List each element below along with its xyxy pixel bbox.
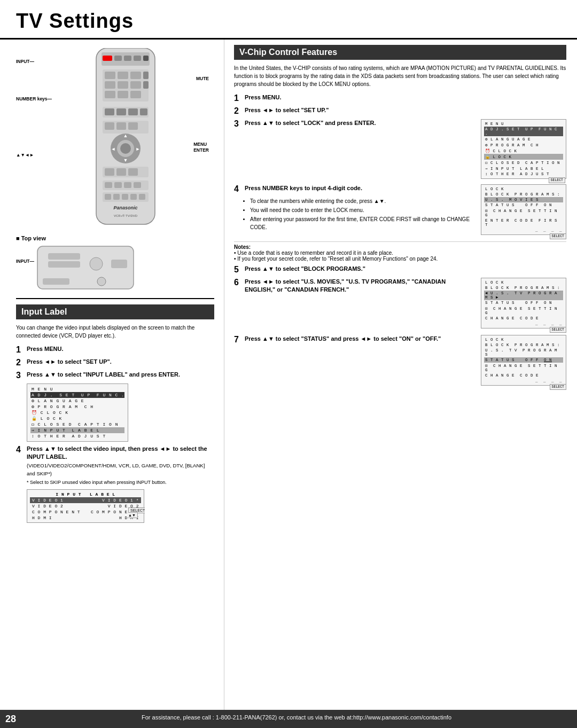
svg-rect-38 bbox=[128, 168, 138, 176]
menu-row-cc: ◻ C L O S E D C A P T I O N bbox=[30, 421, 124, 427]
vchip-step-3-container: 3 Press ▲▼ to select "LOCK" and press EN… bbox=[234, 119, 566, 182]
input-label-screen: I N P U T L A B E L V I D E O 1V I D E O… bbox=[27, 489, 214, 518]
svg-text:▼: ▼ bbox=[123, 158, 128, 163]
svg-point-55 bbox=[90, 257, 103, 270]
svg-text:◄: ◄ bbox=[111, 146, 116, 152]
page-number: 28 bbox=[5, 714, 16, 724]
vchip-header: V-Chip Control Features bbox=[234, 45, 566, 60]
svg-rect-21 bbox=[116, 108, 126, 115]
svg-text:VCR+® TV/DVD: VCR+® TV/DVD bbox=[114, 214, 138, 217]
svg-point-34 bbox=[120, 143, 131, 154]
notes-section: Notes: • Use a code that is easy to reme… bbox=[234, 241, 566, 262]
page: TV Settings INPUT— NUMBER keys— ▲▼◄► MUT… bbox=[0, 0, 577, 728]
step-4-bullets: To clear the numbers while entering the … bbox=[244, 197, 475, 231]
vchip-step-4-container: 4 Press NUMBER keys to input 4-digit cod… bbox=[234, 184, 566, 238]
svg-text:Panasonic: Panasonic bbox=[113, 205, 137, 210]
remote-body: ▲ ▼ ◄ ► bbox=[80, 48, 171, 231]
step-4: 4 Press ▲▼ to select the video input, th… bbox=[16, 445, 214, 486]
vchip-step-1: 1 Press MENU. bbox=[234, 93, 566, 103]
nav-arrows-label: ▲▼◄► bbox=[16, 152, 34, 158]
select-icon: SELECT▲▼ bbox=[128, 508, 214, 518]
svg-rect-3 bbox=[114, 56, 122, 61]
vchip-step-6: 6 Press ◄► to select "U.S. MOVIES," "U.S… bbox=[234, 278, 475, 294]
svg-rect-4 bbox=[124, 56, 131, 61]
svg-point-58 bbox=[97, 277, 106, 286]
menu-row-input-label: ⇒ I N P U T L A B E L bbox=[30, 427, 124, 433]
svg-rect-37 bbox=[116, 168, 126, 176]
right-column: V-Chip Control Features In the United St… bbox=[224, 40, 577, 710]
menu-row-title: M E N U bbox=[30, 386, 124, 392]
vchip-step-5: 5 Press ▲▼ to select "BLOCK PROGRAMS." bbox=[234, 265, 566, 275]
menu-row-lock: 🔒 L O C K bbox=[30, 416, 124, 421]
top-view-section: ■ Top view INPUT— bbox=[16, 235, 214, 293]
remote-svg: ▲ ▼ ◄ ► bbox=[80, 48, 171, 230]
bullet-2: You will need the code to enter the LOCK… bbox=[250, 206, 475, 214]
vchip-step-3-text: 3 Press ▲▼ to select "LOCK" and press EN… bbox=[234, 119, 475, 132]
svg-rect-56 bbox=[111, 260, 127, 268]
menu-row-lang: ⚙ L A N G U A G E bbox=[30, 398, 124, 404]
left-section-divider bbox=[16, 298, 214, 299]
lock-screen-3: L O C K B L O C K P R O G R A M S : U . … bbox=[481, 335, 566, 389]
bullet-1: To clear the numbers while entering the … bbox=[250, 197, 475, 205]
svg-rect-43 bbox=[134, 182, 141, 188]
lock-screen-2: L O C K B L O C K P R O G R A M S : ◄ U … bbox=[481, 278, 566, 332]
vchip-step-4-text: 4 Press NUMBER keys to input 4-digit cod… bbox=[234, 184, 475, 232]
svg-rect-13 bbox=[118, 81, 128, 89]
menu-row-clock: ⏰ C L O C K bbox=[30, 410, 124, 416]
svg-rect-23 bbox=[140, 108, 147, 115]
input-label-intro: You can change the video input labels di… bbox=[16, 324, 214, 340]
menu-screen-mockup: M E N U A D J . S E T U P F U N C . ⚙ L … bbox=[27, 383, 128, 442]
left-column: INPUT— NUMBER keys— ▲▼◄► MUTE MENUENTER bbox=[0, 40, 224, 710]
svg-rect-54 bbox=[48, 261, 80, 268]
note-2: • If you forget your secret code, refer … bbox=[234, 256, 438, 262]
svg-rect-12 bbox=[105, 81, 115, 89]
vchip-intro: In the United States, the V-CHIP consist… bbox=[234, 64, 566, 88]
bullet-3: After entering your password for the fir… bbox=[250, 215, 475, 231]
svg-rect-45 bbox=[105, 194, 111, 200]
input-label-section: Input Label You can change the video inp… bbox=[16, 304, 214, 518]
input-label-arrow: INPUT— bbox=[16, 59, 34, 64]
step-2: 2 Press ◄► to select "SET UP". bbox=[16, 358, 214, 367]
svg-rect-47 bbox=[122, 194, 128, 200]
page-footer: 28 For assistance, please call : 1-800-2… bbox=[0, 710, 577, 728]
vchip-section: V-Chip Control Features In the United St… bbox=[234, 45, 566, 389]
menu-row-prog: ⚙ P R O G R A M C H bbox=[30, 404, 124, 410]
vchip-menu-screen: M E N U A D J . S E T U P F U N C . ⚙ L … bbox=[481, 119, 566, 182]
svg-rect-9 bbox=[118, 72, 128, 79]
top-view-header: ■ Top view bbox=[16, 235, 214, 241]
mute-label: MUTE bbox=[196, 76, 209, 81]
svg-rect-25 bbox=[105, 122, 114, 130]
svg-rect-20 bbox=[105, 108, 114, 115]
top-input-label: INPUT— bbox=[16, 259, 34, 264]
page-header: TV Settings bbox=[0, 0, 577, 40]
input-label-header: Input Label bbox=[16, 304, 214, 319]
vchip-step-6-text: 6 Press ◄► to select "U.S. MOVIES," "U.S… bbox=[234, 278, 475, 298]
step-3: 3 Press ▲▼ to select "INPUT LABEL" and p… bbox=[16, 371, 214, 380]
svg-rect-11 bbox=[143, 72, 149, 79]
footer-text: For assistance, please call : 1-800-211-… bbox=[142, 714, 451, 721]
svg-rect-16 bbox=[105, 91, 115, 98]
svg-rect-49 bbox=[139, 194, 145, 200]
svg-rect-2 bbox=[103, 56, 112, 61]
svg-rect-57 bbox=[43, 278, 69, 285]
svg-rect-40 bbox=[105, 182, 112, 188]
svg-text:►: ► bbox=[136, 146, 141, 152]
menu-row-other: ↕ O T H E R A D J U S T bbox=[30, 433, 124, 439]
svg-text:▲: ▲ bbox=[123, 133, 128, 138]
svg-rect-14 bbox=[130, 81, 141, 89]
svg-rect-41 bbox=[114, 182, 122, 188]
vchip-step-7-text: 7 Press ▲▼ to select "STATUS" and press … bbox=[234, 335, 475, 348]
svg-rect-17 bbox=[118, 91, 128, 98]
content-area: INPUT— NUMBER keys— ▲▼◄► MUTE MENUENTER bbox=[0, 40, 577, 710]
menu-enter-label: MENUENTER bbox=[193, 142, 209, 153]
step-1: 1 Press MENU. bbox=[16, 345, 214, 355]
vchip-step-7-container: 7 Press ▲▼ to select "STATUS" and press … bbox=[234, 335, 566, 389]
note-1: • Use a code that is easy to remember an… bbox=[234, 250, 393, 256]
svg-rect-6 bbox=[143, 56, 149, 61]
top-view-svg bbox=[32, 244, 139, 292]
svg-rect-27 bbox=[128, 122, 138, 130]
vchip-step-2: 2 Press ◄► to select "SET UP." bbox=[234, 106, 566, 116]
number-keys-label: NUMBER keys— bbox=[16, 96, 52, 101]
vchip-step-4: 4 Press NUMBER keys to input 4-digit cod… bbox=[234, 184, 475, 194]
svg-rect-36 bbox=[105, 168, 114, 176]
